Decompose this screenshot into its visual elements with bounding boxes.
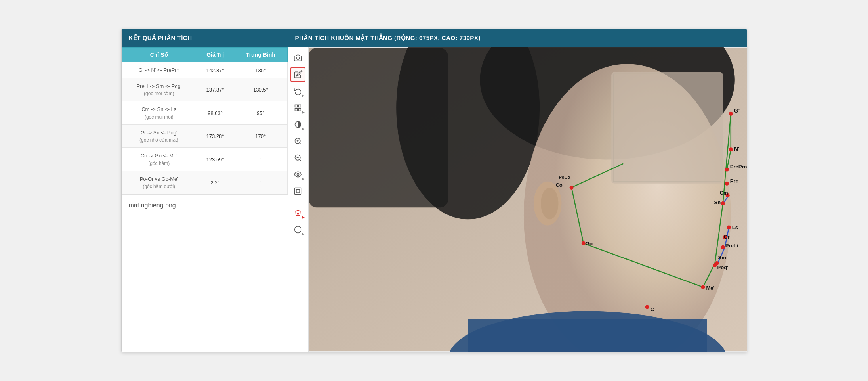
svg-rect-2 (299, 105, 301, 107)
table-row: Cm -> Sn <- Ls(góc mũi môi)98.03°95° (122, 101, 287, 125)
toolbar-separator (292, 202, 304, 202)
svg-point-44 (725, 182, 729, 186)
table-row: G' -> N' <- PrePrn142.37°135° (122, 62, 287, 78)
svg-text:Prn: Prn (730, 178, 738, 184)
svg-text:N': N' (734, 146, 739, 152)
table-row: Co -> Go <- Me'(góc hàm)123.59°° (122, 148, 287, 171)
col-header-chi-so: Chỉ Số (122, 48, 196, 62)
frame-button[interactable] (290, 184, 305, 199)
cell-value: 98.03° (196, 101, 234, 125)
delete-button[interactable]: ▶ (290, 205, 305, 220)
grid-chevron: ▶ (302, 110, 305, 114)
svg-text:Or: Or (723, 234, 729, 240)
svg-rect-1 (295, 105, 298, 107)
left-panel: KẾT QUẢ PHÂN TÍCH Chỉ Số Giá Trị Trung B… (122, 29, 288, 352)
contrast-button[interactable]: ▶ (290, 117, 305, 132)
cell-index: G' -> Sn <- Pog'(góc nhô của mặt) (122, 124, 196, 148)
col-header-gia-tri: Giá Trị (196, 48, 234, 62)
svg-text:Pog': Pog' (717, 264, 728, 270)
svg-text:PrePrn: PrePrn (730, 164, 746, 170)
cell-index: Po-Or vs Go-Me'(góc hàm dưới) (122, 171, 196, 194)
svg-point-55 (569, 186, 573, 190)
svg-point-42 (729, 148, 733, 152)
cell-value: 137.87° (196, 78, 234, 101)
svg-point-27 (541, 188, 558, 219)
svg-text:Co: Co (555, 182, 562, 188)
info-button[interactable]: ▶ (290, 222, 305, 237)
svg-text:Sm: Sm (718, 255, 726, 260)
cell-avg: 170° (234, 124, 287, 148)
right-header: PHÂN TÍCH KHUÔN MẶT THẲNG (RỘNG: 675PX, … (288, 29, 747, 47)
col-header-trung-binh: Trung Bình (234, 48, 287, 62)
face-analysis-svg: G' N' PrePrn Prn Cm Sn Ls Or Pre (309, 47, 747, 352)
cell-index: Cm -> Sn <- Ls(góc mũi môi) (122, 101, 196, 125)
svg-point-51 (713, 263, 717, 267)
svg-point-47 (727, 226, 731, 230)
svg-rect-22 (309, 48, 448, 207)
svg-rect-4 (299, 109, 301, 111)
svg-text:C: C (650, 306, 654, 312)
cell-avg: 135° (234, 62, 287, 78)
visibility-button[interactable]: ▶ (290, 167, 305, 182)
contrast-chevron: ▶ (302, 127, 305, 131)
svg-text:PreLi: PreLi (725, 243, 738, 249)
cell-value: 123.59° (196, 148, 234, 171)
camera-button[interactable] (290, 50, 305, 65)
svg-point-0 (297, 57, 300, 60)
svg-text:Me': Me' (706, 285, 714, 291)
toolbar: + ▶ (288, 47, 309, 352)
cell-index: G' -> N' <- PrePrn (122, 62, 196, 78)
svg-rect-28 (611, 72, 723, 184)
right-content: + ▶ (288, 47, 747, 352)
cell-avg: ° (234, 148, 287, 171)
svg-text:Sn: Sn (714, 200, 721, 206)
svg-point-41 (729, 112, 733, 116)
zoom-out-button[interactable] (290, 150, 305, 165)
svg-line-11 (300, 159, 301, 161)
cell-value: 2.2° (196, 171, 234, 194)
cell-index: Co -> Go <- Me'(góc hàm) (122, 148, 196, 171)
svg-text:Go: Go (585, 241, 592, 247)
svg-text:Cm: Cm (719, 190, 728, 196)
svg-rect-25 (468, 319, 707, 352)
svg-point-54 (581, 241, 585, 245)
cell-avg: 130.5° (234, 78, 287, 101)
svg-rect-3 (295, 109, 298, 111)
cell-avg: ° (234, 171, 287, 194)
svg-rect-14 (295, 188, 301, 195)
data-table: Chỉ Số Giá Trị Trung Bình G' -> N' <- Pr… (122, 47, 288, 194)
filename-display: mat nghieng.png (122, 194, 288, 216)
svg-point-13 (297, 174, 299, 176)
svg-text:PoCo: PoCo (559, 175, 570, 180)
right-panel: PHÂN TÍCH KHUÔN MẶT THẲNG (RỘNG: 675PX, … (288, 29, 747, 352)
svg-text:G': G' (734, 107, 739, 114)
rotate-chevron: ▶ (302, 94, 305, 98)
svg-text:Ls: Ls (732, 225, 738, 231)
visibility-chevron: ▶ (302, 177, 305, 181)
svg-point-43 (725, 168, 729, 172)
cell-index: PreLi -> Sm <- Pog'(góc môi cằm) (122, 78, 196, 101)
info-chevron: ▶ (302, 232, 305, 236)
main-container: KẾT QUẢ PHÂN TÍCH Chỉ Số Giá Trị Trung B… (121, 29, 747, 352)
svg-point-52 (701, 285, 705, 289)
left-header: KẾT QUẢ PHÂN TÍCH (122, 29, 288, 47)
table-row: G' -> Sn <- Pog'(góc nhô của mặt)173.28°… (122, 124, 287, 148)
delete-chevron: ▶ (302, 215, 305, 219)
table-row: PreLi -> Sm <- Pog'(góc môi cằm)137.87°1… (122, 78, 287, 101)
svg-rect-15 (296, 190, 300, 193)
zoom-in-button[interactable] (290, 134, 305, 149)
cell-value: 142.37° (196, 62, 234, 78)
cell-value: 173.28° (196, 124, 234, 148)
cell-avg: 95° (234, 101, 287, 125)
rotate-button[interactable]: ▶ (290, 84, 305, 99)
edit-button[interactable]: + (290, 67, 305, 82)
grid-button[interactable]: ▶ (290, 100, 305, 115)
svg-line-7 (300, 143, 301, 144)
svg-point-46 (721, 202, 725, 206)
table-row: Po-Or vs Go-Me'(góc hàm dưới)2.2°° (122, 171, 287, 194)
svg-point-53 (645, 305, 649, 309)
image-area: G' N' PrePrn Prn Cm Sn Ls Or Pre (309, 47, 747, 352)
svg-point-49 (721, 245, 725, 249)
